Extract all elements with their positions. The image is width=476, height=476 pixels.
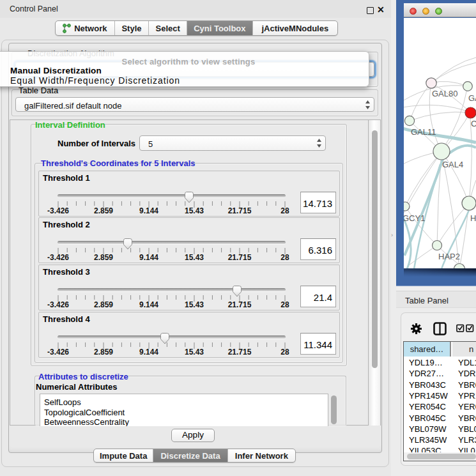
svg-text:GAL11: GAL11: [411, 127, 436, 137]
svg-text:GAL80: GAL80: [432, 89, 457, 98]
svg-text:GA: GA: [468, 93, 476, 103]
svg-text:HAP2: HAP2: [438, 252, 460, 261]
svg-text:GCY1: GCY1: [404, 213, 425, 223]
svg-text:C: C: [471, 119, 476, 128]
svg-text:GAL4: GAL4: [442, 160, 463, 169]
svg-text:HA: HA: [470, 213, 476, 223]
